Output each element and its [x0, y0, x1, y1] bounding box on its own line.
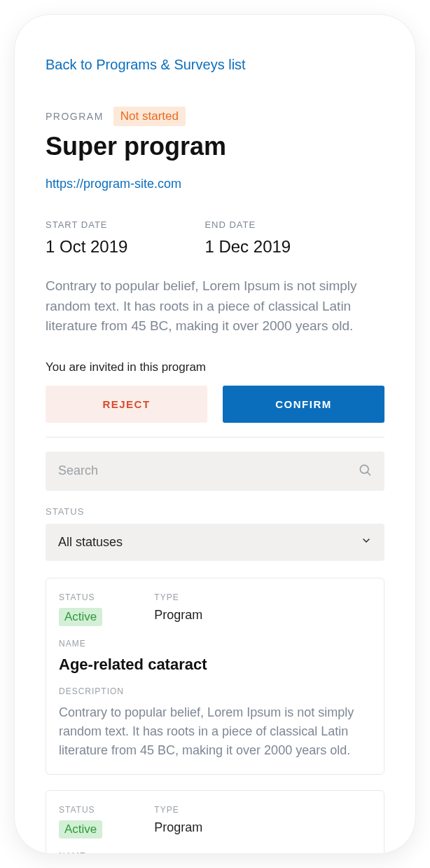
card-status-field: STATUS Active: [59, 592, 102, 626]
status-select-value: All statuses: [58, 535, 123, 550]
invite-message: You are invited in this program: [46, 360, 384, 374]
card-name-label: NAME: [59, 851, 371, 855]
card-status-label: STATUS: [59, 592, 102, 602]
start-date-value: 1 Oct 2019: [46, 237, 127, 257]
card-row: STATUS Active TYPE Program: [59, 592, 371, 626]
page-title: Super program: [46, 132, 384, 161]
program-url-link[interactable]: https://program-site.com: [46, 177, 181, 191]
divider: [46, 437, 384, 438]
card-status-field: STATUS Active: [59, 805, 102, 839]
card-type-value: Program: [154, 608, 202, 623]
start-date-block: START DATE 1 Oct 2019: [46, 219, 127, 257]
status-badge: Not started: [113, 107, 186, 126]
program-description: Contrary to popular belief, Lorem Ipsum …: [46, 276, 384, 337]
action-buttons: REJECT CONFIRM: [46, 386, 384, 423]
active-badge: Active: [59, 608, 102, 626]
confirm-button[interactable]: CONFIRM: [223, 386, 384, 423]
date-row: START DATE 1 Oct 2019 END DATE 1 Dec 201…: [46, 219, 384, 257]
status-select[interactable]: All statuses: [46, 524, 384, 561]
program-tag-row: PROGRAM Not started: [46, 107, 384, 126]
active-badge: Active: [59, 820, 102, 839]
filter-label: STATUS: [46, 506, 384, 517]
screen: Back to Programs & Surveys list PROGRAM …: [15, 15, 415, 854]
card-row: STATUS Active TYPE Program: [59, 805, 371, 839]
card-name-label: NAME: [59, 639, 371, 649]
end-date-label: END DATE: [204, 219, 291, 230]
search-field[interactable]: [46, 452, 384, 491]
search-input[interactable]: [58, 463, 358, 478]
list-item[interactable]: STATUS Active TYPE Program NAME Age-rela…: [46, 578, 384, 775]
card-type-value: Program: [154, 820, 202, 835]
card-type-field: TYPE Program: [154, 805, 202, 839]
end-date-value: 1 Dec 2019: [204, 237, 291, 257]
list-item[interactable]: STATUS Active TYPE Program NAME: [46, 790, 384, 855]
chevron-down-icon: [361, 535, 372, 550]
card-type-field: TYPE Program: [154, 592, 202, 626]
search-icon: [358, 463, 372, 480]
svg-line-1: [368, 472, 370, 475]
card-description-value: Contrary to popular belief, Lorem Ipsum …: [59, 703, 371, 760]
card-type-label: TYPE: [154, 805, 202, 815]
start-date-label: START DATE: [46, 219, 127, 230]
back-link[interactable]: Back to Programs & Surveys list: [46, 57, 246, 73]
card-type-label: TYPE: [154, 592, 202, 602]
end-date-block: END DATE 1 Dec 2019: [204, 219, 291, 257]
card-status-label: STATUS: [59, 805, 102, 815]
card-description-label: DESCRIPTION: [59, 686, 371, 696]
reject-button[interactable]: REJECT: [46, 386, 207, 423]
device-frame: Back to Programs & Surveys list PROGRAM …: [14, 14, 416, 854]
program-eyebrow: PROGRAM: [46, 111, 104, 122]
card-name-value: Age-related cataract: [59, 656, 371, 674]
